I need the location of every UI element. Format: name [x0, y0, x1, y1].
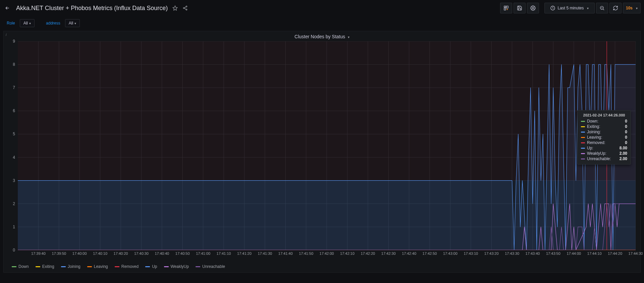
x-axis-tick: 17:39:40: [31, 251, 46, 255]
legend-swatch: [12, 266, 16, 267]
panel-title[interactable]: Cluster Nodes by Status: [294, 34, 345, 39]
variable-address-select[interactable]: All ▾: [65, 19, 80, 27]
legend-item[interactable]: WeaklyUp: [164, 264, 189, 269]
legend-label: Unreachable: [202, 264, 225, 269]
variable-address-value: All: [69, 21, 73, 26]
legend-item[interactable]: Leaving: [87, 264, 108, 269]
favorite-icon[interactable]: [172, 5, 178, 11]
tooltip-row: Up:8.00: [581, 145, 627, 151]
svg-point-0: [186, 6, 187, 7]
x-axis-tick: 17:44:00: [567, 251, 581, 255]
chevron-down-icon: ▾: [636, 6, 638, 10]
save-dashboard-button[interactable]: [514, 3, 526, 13]
share-icon[interactable]: [182, 5, 188, 11]
legend-item[interactable]: Joining: [61, 264, 80, 269]
legend-swatch: [87, 266, 92, 267]
legend-label: Joining: [68, 264, 80, 269]
legend-item[interactable]: Down: [12, 264, 29, 269]
x-axis-tick: 17:41:30: [258, 251, 272, 255]
x-axis-tick: 17:43:50: [546, 251, 560, 255]
variable-address-label[interactable]: address: [44, 21, 62, 26]
legend-swatch: [145, 266, 150, 267]
x-axis-tick: 17:44:30: [629, 251, 643, 255]
time-range-picker[interactable]: Last 5 minutes ▾: [544, 3, 595, 13]
tooltip-timestamp: 2021-02-24 17:44:26.000: [581, 113, 627, 117]
x-axis-tick: 17:43:00: [443, 251, 458, 255]
x-axis-tick: 17:43:30: [505, 251, 519, 255]
legend-item[interactable]: Up: [145, 264, 157, 269]
tooltip-row: Down:0: [581, 119, 627, 124]
legend-swatch: [36, 266, 40, 267]
x-axis-tick: 17:41:10: [217, 251, 231, 255]
legend-swatch: [115, 266, 119, 267]
variable-role-value: All: [23, 21, 28, 26]
x-axis-tick: 17:42:50: [423, 251, 437, 255]
y-axis: 0123456789: [4, 41, 18, 250]
x-axis-tick: 17:42:00: [320, 251, 334, 255]
chart-legend: DownExitingJoiningLeavingRemovedUpWeakly…: [12, 264, 225, 269]
legend-item[interactable]: Unreachable: [196, 264, 225, 269]
x-axis-tick: 17:40:30: [134, 251, 149, 255]
legend-label: Down: [18, 264, 29, 269]
x-axis-tick: 17:41:00: [196, 251, 210, 255]
x-axis-tick: 17:40:00: [72, 251, 87, 255]
legend-label: Leaving: [94, 264, 108, 269]
x-axis-tick: 17:41:40: [278, 251, 293, 255]
x-axis-tick: 17:43:20: [484, 251, 499, 255]
tooltip-row: WeaklyUp:2.00: [581, 151, 627, 156]
legend-label: WeaklyUp: [171, 264, 189, 269]
x-axis-tick: 17:41:20: [237, 251, 252, 255]
legend-item[interactable]: Removed: [115, 264, 139, 269]
chevron-down-icon: ▾: [587, 6, 589, 10]
refresh-interval-label: 10s: [626, 6, 633, 10]
tooltip-row: Unreachable:2.00: [581, 156, 627, 161]
y-axis-tick: 7: [13, 85, 15, 90]
panel-cluster-nodes-by-status: i Cluster Nodes by Status ▾ 0123456789 1…: [3, 31, 641, 273]
x-axis-tick: 17:43:40: [526, 251, 540, 255]
tooltip-row: Leaving:0: [581, 135, 627, 140]
y-axis-tick: 9: [13, 39, 15, 44]
x-axis-tick: 17:44:20: [608, 251, 622, 255]
x-axis-tick: 17:40:50: [175, 251, 190, 255]
legend-label: Up: [152, 264, 157, 269]
x-axis-tick: 17:40:20: [114, 251, 128, 255]
x-axis-tick: 17:42:10: [340, 251, 355, 255]
variable-role-label[interactable]: Role: [5, 21, 17, 26]
svg-rect-3: [504, 8, 506, 10]
x-axis-tick: 17:42:30: [381, 251, 396, 255]
chevron-down-icon: ▾: [74, 21, 76, 25]
add-panel-button[interactable]: [500, 3, 512, 13]
x-axis-tick: 17:40:10: [93, 251, 107, 255]
tooltip-row: Exiting:0: [581, 124, 627, 129]
back-icon[interactable]: [3, 4, 11, 12]
y-axis-tick: 3: [13, 178, 15, 183]
chevron-down-icon: ▾: [29, 21, 31, 25]
chevron-down-icon[interactable]: ▾: [348, 35, 350, 39]
refresh-button[interactable]: [609, 3, 622, 13]
x-axis: 17:39:4017:39:5017:40:0017:40:1017:40:20…: [18, 251, 636, 257]
variable-role-select[interactable]: All ▾: [20, 19, 35, 27]
y-axis-tick: 4: [13, 155, 15, 160]
dashboard-title[interactable]: Akka.NET Cluster + Phobos Metrics (Influ…: [16, 5, 168, 12]
refresh-interval-picker[interactable]: 10s ▾: [623, 3, 641, 13]
svg-rect-4: [504, 6, 506, 7]
legend-swatch: [196, 266, 200, 267]
x-axis-tick: 17:40:40: [155, 251, 169, 255]
time-range-label: Last 5 minutes: [557, 6, 584, 10]
y-axis-tick: 8: [13, 62, 15, 67]
legend-label: Removed: [121, 264, 139, 269]
svg-point-6: [532, 7, 534, 9]
svg-point-1: [183, 7, 184, 8]
x-axis-tick: 17:41:50: [299, 251, 313, 255]
chart-plot-area[interactable]: [18, 41, 636, 250]
y-axis-tick: 2: [13, 201, 15, 206]
y-axis-tick: 1: [13, 225, 15, 229]
x-axis-tick: 17:43:10: [464, 251, 478, 255]
settings-button[interactable]: [527, 3, 539, 13]
legend-swatch: [61, 266, 66, 267]
tooltip-row: Joining:0: [581, 129, 627, 135]
legend-label: Exiting: [42, 264, 54, 269]
zoom-out-button[interactable]: [596, 3, 608, 13]
legend-item[interactable]: Exiting: [36, 264, 54, 269]
y-axis-tick: 6: [13, 108, 15, 113]
